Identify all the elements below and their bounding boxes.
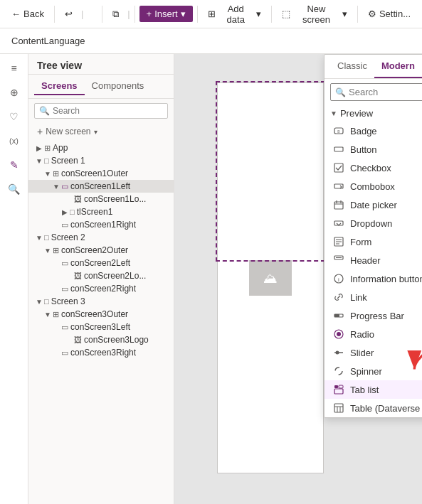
settings-button[interactable]: ⚙ Settin... — [362, 6, 416, 22]
link-label: Link — [350, 292, 367, 303]
canvas-area[interactable]: ⛰ Classic Modern 🔍 ▼ Preview B Badg — [174, 54, 422, 504]
toolbar-divider-2 — [102, 6, 102, 23]
con3right-icon: ▭ — [61, 348, 68, 358]
tree-item-screen1[interactable]: ▼ □ Screen 1 — [28, 154, 174, 167]
checkbox-label: Checkbox — [350, 163, 391, 173]
insert-search-input[interactable] — [349, 87, 422, 97]
svg-rect-3 — [334, 163, 343, 172]
icon-rail: ≡ ⊕ ♡ (x) ✎ 🔍 — [0, 54, 28, 504]
tree-item-tlscreen1[interactable]: ▶ □ tlScreen1 — [28, 205, 174, 218]
screen3-icon: □ — [44, 297, 49, 306]
tree-item-conscreen3right[interactable]: ▶ ▭ conScreen3Right — [28, 346, 174, 359]
progressbar-label: Progress Bar — [350, 311, 404, 321]
svg-rect-27 — [334, 389, 343, 394]
checkbox-icon — [333, 162, 344, 173]
insert-item-link[interactable]: Link — [325, 288, 422, 306]
tree-item-conscreen2left[interactable]: ▶ ▭ conScreen2Left — [28, 257, 174, 269]
new-screen-toolbar-button[interactable]: ⬚ New screen ▾ — [276, 1, 353, 28]
insert-item-combobox[interactable]: Combobox — [325, 177, 422, 195]
new-screen-label: New screen — [46, 127, 90, 136]
con2logo-label: conScreen2Lo... — [84, 271, 146, 281]
insert-tab-modern[interactable]: Modern — [374, 55, 422, 78]
insert-item-datepicker[interactable]: Date picker — [325, 195, 422, 214]
rail-search-button[interactable]: 🔍 — [3, 178, 26, 200]
tree-content: ▶ ⊞ App ▼ □ Screen 1 ▼ ⊞ conScreen1Outer… — [28, 141, 174, 504]
tree-item-conscreen2right[interactable]: ▶ ▭ conScreen2Right — [28, 282, 174, 295]
con2right-label: conScreen2Right — [70, 284, 136, 294]
tree-item-conscreen1right[interactable]: ▶ ▭ conScreen1Right — [28, 218, 174, 231]
insert-item-spinner[interactable]: Spinner — [325, 362, 422, 380]
settings-label: Settin... — [379, 9, 411, 19]
copy-button[interactable]: ⧉ — [107, 6, 125, 23]
screen3-label: Screen 3 — [51, 296, 85, 306]
tree-item-conscreen1outer[interactable]: ▼ ⊞ conScreen1Outer — [28, 167, 174, 180]
insert-tab-classic[interactable]: Classic — [330, 55, 374, 78]
insert-item-dropdown[interactable]: Dropdown — [325, 214, 422, 232]
tab-screens[interactable]: Screens — [34, 77, 85, 95]
header-label: Header — [350, 255, 381, 266]
insert-dropdown: Classic Modern 🔍 ▼ Preview B Badge Butto… — [324, 54, 422, 418]
tree-item-conscreen2logo[interactable]: ▶ 🖼 conScreen2Lo... — [28, 269, 174, 282]
tree-item-conscreen1logo[interactable]: ▶ 🖼 conScreen1Lo... — [28, 193, 174, 205]
tree-item-conscreen3logo[interactable]: ▶ 🖼 conScreen3Logo — [28, 333, 174, 346]
insert-label: Insert — [154, 9, 178, 19]
undo-button[interactable]: ↩ — [59, 6, 78, 22]
tree-item-screen2[interactable]: ▼ □ Screen 2 — [28, 231, 174, 244]
rail-tree-button[interactable]: ♡ — [3, 105, 26, 128]
tree-search-input[interactable] — [53, 106, 163, 116]
tree-item-screen3[interactable]: ▼ □ Screen 3 — [28, 295, 174, 308]
insert-search-box[interactable]: 🔍 — [330, 83, 422, 101]
tl1-icon: □ — [70, 208, 75, 216]
insert-item-slider[interactable]: Slider — [325, 343, 422, 362]
new-screen-toolbar-label: New screen — [293, 4, 339, 25]
new-screen-toolbar-icon: ⬚ — [282, 9, 290, 19]
preview-label: Preview — [340, 108, 373, 119]
con1left-arrow-icon: ▼ — [51, 183, 61, 191]
tree-search-box[interactable]: 🔍 — [34, 103, 168, 119]
radio-label: Radio — [350, 329, 374, 340]
screen1-arrow-icon: ▼ — [34, 157, 44, 165]
insert-item-radio[interactable]: Radio — [325, 325, 422, 343]
button-icon — [333, 144, 344, 155]
canvas-placeholder-image: ⛰ — [249, 260, 292, 296]
rail-variables-button[interactable]: (x) — [3, 129, 26, 152]
svg-text:i: i — [338, 277, 339, 283]
insert-button[interactable]: + Insert ▾ — [139, 6, 193, 22]
spinner-label: Spinner — [350, 366, 382, 377]
rail-menu-button[interactable]: ≡ — [3, 57, 26, 80]
tree-item-app[interactable]: ▶ ⊞ App — [28, 141, 174, 154]
new-screen-button[interactable]: + New screen ▾ — [28, 123, 174, 141]
rail-edit-button[interactable]: ✎ — [3, 154, 26, 176]
slider-label: Slider — [350, 348, 374, 358]
svg-rect-25 — [334, 385, 338, 388]
insert-item-badge[interactable]: B Badge — [325, 122, 422, 140]
insert-item-form[interactable]: Form — [325, 232, 422, 251]
con1outer-arrow-icon: ▼ — [43, 170, 53, 178]
canvas-screen: ⛰ — [217, 82, 324, 473]
insert-item-progressbar[interactable]: Progress Bar — [325, 306, 422, 325]
insert-item-tablist[interactable]: Tab list — [325, 380, 422, 399]
tree-item-conscreen1left[interactable]: ▼ ▭ conScreen1Left — [28, 180, 174, 193]
insert-item-checkbox[interactable]: Checkbox — [325, 159, 422, 177]
tree-item-conscreen3outer[interactable]: ▼ ⊞ conScreen3Outer — [28, 308, 174, 321]
insert-item-info-button[interactable]: i Information button — [325, 269, 422, 288]
toolbar: ← Back ↩ | ⧉ | + Insert ▾ ⊞ Add data ▾ ⬚… — [0, 0, 422, 28]
svg-text:B: B — [337, 129, 340, 134]
datepicker-icon — [333, 199, 344, 210]
tree-item-conscreen3left[interactable]: ▶ ▭ conScreen3Left — [28, 321, 174, 333]
tree-item-conscreen2outer[interactable]: ▼ ⊞ conScreen2Outer — [28, 244, 174, 257]
insert-item-header[interactable]: Header — [325, 251, 422, 269]
svg-rect-2 — [334, 147, 343, 151]
con1outer-icon: ⊞ — [53, 169, 59, 178]
insert-item-table[interactable]: Table (Dataverse only) — [325, 399, 422, 417]
redo-button[interactable] — [86, 11, 97, 17]
new-screen-plus-icon: + — [37, 126, 43, 137]
rail-insert-button[interactable]: ⊕ — [3, 81, 26, 104]
tab-components[interactable]: Components — [85, 77, 152, 95]
back-button[interactable]: ← Back — [6, 6, 50, 22]
screen2-label: Screen 2 — [51, 232, 85, 242]
insert-item-button[interactable]: Button — [325, 140, 422, 159]
insert-tabs: Classic Modern — [325, 55, 422, 79]
add-data-button[interactable]: ⊞ Add data ▾ — [202, 1, 267, 28]
table-icon — [333, 402, 344, 414]
